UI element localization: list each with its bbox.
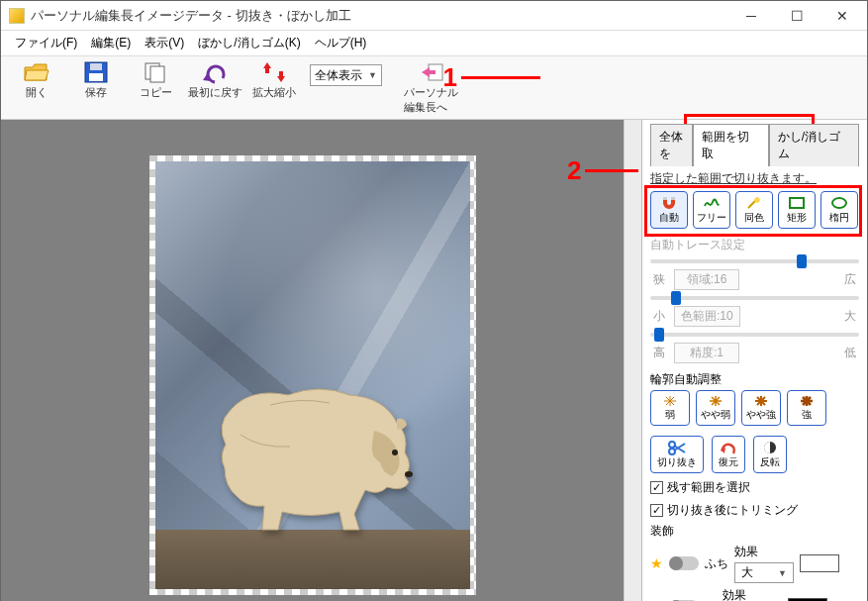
- menu-view[interactable]: 表示(V): [139, 33, 190, 53]
- tool-ellipse[interactable]: 楕円: [820, 191, 858, 229]
- ellipse-icon: [830, 196, 848, 210]
- menu-file[interactable]: ファイル(F): [9, 33, 83, 53]
- redo-icon: [720, 440, 737, 455]
- edge-color-swatch[interactable]: [800, 554, 839, 572]
- undo-button[interactable]: 最初に戻す: [185, 58, 244, 102]
- checkbox-icon: ✓: [650, 504, 663, 517]
- zoom-button[interactable]: 拡大縮小: [244, 58, 304, 102]
- close-button[interactable]: ✕: [820, 2, 865, 30]
- callout-1: 1: [443, 62, 540, 93]
- wand-icon: [745, 196, 763, 210]
- svg-rect-2: [89, 73, 103, 81]
- freehand-icon: [703, 196, 721, 210]
- arrow-icon: [585, 169, 638, 172]
- outline-strong[interactable]: 強: [787, 390, 826, 426]
- zoom-label: 拡大縮小: [252, 85, 296, 100]
- arrow-icon: [461, 76, 540, 79]
- tool-rect[interactable]: 矩形: [778, 191, 816, 229]
- svg-point-11: [832, 198, 846, 208]
- image-content: [155, 161, 470, 589]
- spark3-icon: [752, 394, 770, 408]
- outline-weak[interactable]: 弱: [650, 390, 690, 426]
- scissors-icon: [668, 440, 686, 455]
- app-window: パーソナル編集長イメージデータ - 切抜き・ぼかし加工 ─ ☐ ✕ ファイル(F…: [0, 0, 868, 601]
- menu-blur[interactable]: ぼかし/消しゴム(K): [192, 33, 306, 53]
- menu-help[interactable]: ヘルプ(H): [309, 33, 373, 53]
- app-icon: [9, 8, 25, 24]
- checkbox-icon: ✓: [650, 481, 663, 494]
- copy-button[interactable]: コピー: [126, 58, 185, 102]
- rect-icon: [788, 196, 806, 210]
- menubar: ファイル(F) 編集(E) 表示(V) ぼかし/消しゴム(K) ヘルプ(H): [1, 31, 867, 56]
- color-slider[interactable]: [671, 291, 681, 305]
- edge-effect-select[interactable]: 大▼: [734, 562, 794, 583]
- precision-field[interactable]: 精度:1: [674, 343, 739, 363]
- menu-edit[interactable]: 編集(E): [85, 33, 137, 53]
- svg-rect-8: [663, 197, 667, 200]
- copy-label: コピー: [140, 85, 172, 100]
- zoom-value: 全体表示: [315, 67, 362, 84]
- check-trim-after[interactable]: ✓ 切り抜き後にトリミング: [650, 502, 859, 519]
- spark4-icon: [798, 394, 816, 408]
- save-button[interactable]: 保存: [66, 58, 126, 102]
- cutout-button[interactable]: 切り抜き: [650, 436, 704, 473]
- save-label: 保存: [85, 85, 107, 100]
- titlebar: パーソナル編集長イメージデータ - 切抜き・ぼかし加工 ─ ☐ ✕: [1, 1, 867, 31]
- canvas-area[interactable]: [1, 120, 624, 601]
- tool-free[interactable]: フリー: [693, 191, 730, 229]
- invert-icon: [761, 440, 779, 455]
- decoration-header: 装飾: [650, 523, 859, 540]
- edge-toggle[interactable]: [669, 556, 699, 570]
- color-field[interactable]: 色範囲:10: [674, 306, 740, 327]
- window-title: パーソナル編集長イメージデータ - 切抜き・ぼかし加工: [31, 7, 728, 25]
- check-keep-range[interactable]: ✓ 残す範囲を選択: [650, 479, 859, 496]
- svg-rect-9: [671, 197, 675, 200]
- undo-label: 最初に戻す: [188, 85, 242, 100]
- action-row: 切り抜き 復元 反転: [650, 436, 859, 473]
- cutout-tool-row: 自動 フリー 同色 矩形: [650, 191, 859, 229]
- edge-row: ★ ふち 効果 大▼: [650, 544, 859, 583]
- restore-button[interactable]: 復元: [712, 436, 745, 473]
- open-button[interactable]: 開く: [7, 58, 66, 102]
- copy-icon: [142, 60, 169, 84]
- spark1-icon: [661, 394, 679, 408]
- back-icon: [418, 60, 445, 84]
- area-slider[interactable]: [797, 254, 807, 268]
- v-scrollbar[interactable]: [624, 120, 641, 601]
- tool-auto[interactable]: 自動: [650, 191, 688, 229]
- area-slider-row: [650, 259, 859, 263]
- folder-open-icon: [23, 60, 50, 84]
- callout-2: 2: [567, 155, 638, 186]
- rock-ledge: [155, 530, 470, 589]
- svg-point-7: [405, 471, 413, 477]
- area-field[interactable]: 領域:16: [674, 269, 739, 290]
- polar-bear: [211, 375, 414, 534]
- star-icon: ★: [650, 555, 663, 571]
- zoom-icon: [260, 60, 288, 84]
- transparency-checker: [149, 155, 476, 595]
- zoom-select[interactable]: 全体表示 ▼: [310, 64, 382, 86]
- minimize-button[interactable]: ─: [728, 2, 774, 30]
- tool-same-color[interactable]: 同色: [735, 191, 773, 229]
- maximize-button[interactable]: ☐: [774, 2, 820, 30]
- spark2-icon: [707, 394, 724, 408]
- svg-rect-4: [150, 66, 164, 82]
- tab-eraser[interactable]: かし/消しゴム: [769, 124, 859, 166]
- svg-rect-1: [90, 63, 102, 70]
- magnet-icon: [660, 196, 678, 210]
- outline-medium-weak[interactable]: やや弱: [696, 390, 735, 426]
- toolbar: 開く 保存 コピー 最初に戻す 拡大縮小 全体表示 ▼ パーソナル編集長へ 1: [1, 56, 867, 120]
- precision-slider[interactable]: [654, 328, 664, 342]
- side-panel: 全体を 範囲を切取 かし/消しゴム 指定した範囲で切り抜きます。 自動 フリー: [641, 120, 867, 601]
- tab-range-cut[interactable]: 範囲を切取: [693, 124, 768, 166]
- invert-button[interactable]: 反転: [753, 436, 787, 473]
- svg-rect-10: [790, 198, 804, 208]
- tab-whole[interactable]: 全体を: [650, 124, 693, 166]
- outline-medium-strong[interactable]: やや強: [741, 390, 781, 426]
- open-label: 開く: [26, 85, 48, 100]
- tabs: 全体を 範囲を切取 かし/消しゴム: [650, 124, 859, 166]
- auto-trace-header: 自動トレース設定: [650, 237, 859, 253]
- svg-point-6: [392, 450, 398, 455]
- floppy-icon: [82, 60, 110, 84]
- undo-icon: [201, 60, 229, 84]
